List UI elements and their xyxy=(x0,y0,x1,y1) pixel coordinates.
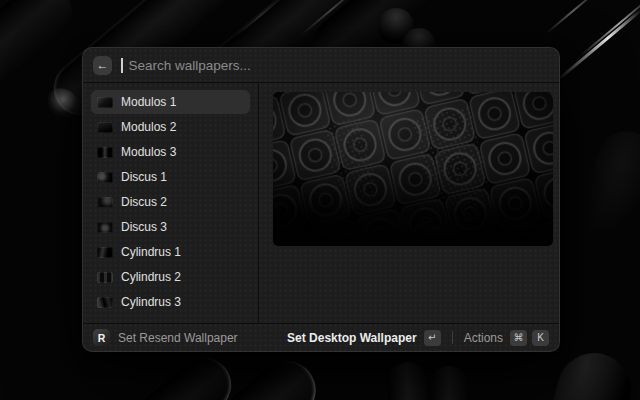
wallpaper-thumbnail xyxy=(97,122,113,133)
list-item-cylindrus-3[interactable]: Cylindrus 3 xyxy=(91,290,250,314)
screen: ← Modulos 1 Modulos 2 Modulos 3 xyxy=(0,0,640,400)
list-item-label: Modulos 1 xyxy=(121,95,176,109)
footer-bar: R Set Resend Wallpaper Set Desktop Wallp… xyxy=(83,323,559,351)
wallpaper-thumbnail xyxy=(97,297,113,308)
wallpaper-highlight xyxy=(580,0,640,57)
wallpaper-rod xyxy=(571,123,640,247)
command-key-icon: ⌘ xyxy=(510,330,527,346)
text-caret xyxy=(121,58,123,73)
wallpaper-rod xyxy=(430,366,468,400)
list-item-cylindrus-2[interactable]: Cylindrus 2 xyxy=(91,265,250,289)
wallpaper-rod xyxy=(531,345,639,400)
wallpaper-thumbnail xyxy=(97,272,113,283)
search-input[interactable] xyxy=(127,57,550,74)
wallpaper-thumbnail xyxy=(97,197,113,208)
wallpaper-highlight xyxy=(556,8,640,81)
actions-button[interactable]: Actions ⌘ K xyxy=(464,330,549,346)
list-item-modulos-3[interactable]: Modulos 3 xyxy=(91,140,250,164)
set-desktop-wallpaper-button[interactable]: Set Desktop Wallpaper ↵ xyxy=(287,330,441,346)
wallpaper-thumbnail xyxy=(97,147,113,158)
list-item-discus-1[interactable]: Discus 1 xyxy=(91,165,250,189)
list-item-label: Discus 1 xyxy=(121,170,167,184)
wallpaper-rod xyxy=(0,347,242,400)
list-item-modulos-2[interactable]: Modulos 2 xyxy=(91,115,250,139)
list-item-label: Cylindrus 3 xyxy=(121,295,181,309)
resend-logo: R xyxy=(93,329,110,346)
list-item-label: Modulos 3 xyxy=(121,145,176,159)
list-item-discus-2[interactable]: Discus 2 xyxy=(91,190,250,214)
back-arrow-icon: ← xyxy=(97,59,109,71)
wallpaper-thumbnail xyxy=(97,172,113,183)
return-key-icon: ↵ xyxy=(424,330,441,346)
wallpaper-thumbnail xyxy=(97,247,113,258)
k-key-icon: K xyxy=(532,330,549,346)
primary-action-label: Set Desktop Wallpaper xyxy=(287,331,417,345)
wallpaper-highlight xyxy=(546,0,601,34)
resend-logo-letter: R xyxy=(98,332,106,344)
footer-divider xyxy=(452,331,453,344)
list-item-label: Discus 2 xyxy=(121,195,167,209)
preview-panel xyxy=(259,83,559,323)
wallpaper-thumbnail xyxy=(97,97,113,108)
list-item-label: Modulos 2 xyxy=(121,120,176,134)
list-item-label: Cylindrus 2 xyxy=(121,270,181,284)
window-body: Modulos 1 Modulos 2 Modulos 3 Discus 1 D… xyxy=(83,83,559,323)
actions-label: Actions xyxy=(464,331,503,345)
back-button[interactable]: ← xyxy=(93,56,112,75)
list-item-label: Discus 3 xyxy=(121,220,167,234)
wallpaper-preview-image xyxy=(273,92,553,246)
list-item-cylindrus-1[interactable]: Cylindrus 1 xyxy=(91,240,250,264)
command-title: Set Resend Wallpaper xyxy=(118,331,238,345)
list-item-label: Cylindrus 1 xyxy=(121,245,181,259)
search-bar: ← xyxy=(83,48,559,83)
wallpaper-rod xyxy=(386,361,434,400)
list-item-discus-3[interactable]: Discus 3 xyxy=(91,215,250,239)
wallpaper-thumbnail xyxy=(97,222,113,233)
list-item-modulos-1[interactable]: Modulos 1 xyxy=(91,90,250,114)
wallpaper-list: Modulos 1 Modulos 2 Modulos 3 Discus 1 D… xyxy=(83,83,259,323)
wallpaper-picker-window: ← Modulos 1 Modulos 2 Modulos 3 xyxy=(82,47,560,352)
